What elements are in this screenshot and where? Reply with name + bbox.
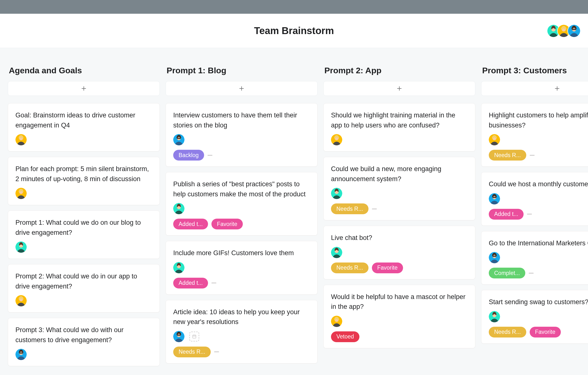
add-tag-placeholder[interactable] — [214, 351, 219, 352]
card-meta — [173, 134, 310, 145]
due-date-icon[interactable] — [189, 332, 199, 341]
card-meta — [15, 349, 152, 360]
card[interactable]: Could we build a new, more engaging anno… — [323, 157, 475, 220]
board-column: Prompt 1: BlogInterview customers to hav… — [166, 66, 318, 369]
card[interactable]: Prompt 3: What could we do with our cust… — [8, 318, 160, 366]
card[interactable]: Go to the International Marketers Confer… — [481, 231, 588, 285]
window-chrome-bar — [0, 0, 588, 14]
assignee-avatar[interactable] — [173, 134, 184, 145]
assignee-avatar[interactable] — [331, 316, 342, 327]
status-tag[interactable]: Favorite — [372, 262, 403, 273]
card[interactable]: Start sending swag to customers?Needs R.… — [481, 290, 588, 344]
card[interactable]: Should we highlight training material in… — [323, 103, 475, 151]
card-meta — [173, 203, 310, 214]
card-meta — [331, 188, 468, 199]
header: Team Brainstorm — [0, 14, 588, 48]
card-tags: Complet... — [489, 268, 588, 278]
status-tag[interactable]: Added t... — [173, 219, 208, 229]
card-title: Could we build a new, more engaging anno… — [331, 164, 468, 184]
column-title[interactable]: Prompt 1: Blog — [166, 66, 318, 81]
card[interactable]: Prompt 2: What could we do in our app to… — [8, 264, 160, 312]
card-meta — [331, 316, 468, 327]
card[interactable]: Would it be helpful to have a mascot or … — [323, 285, 475, 348]
status-tag[interactable]: Favorite — [530, 327, 561, 338]
card-title: Prompt 1: What could we do on our blog t… — [15, 218, 152, 238]
add-tag-placeholder[interactable] — [208, 155, 212, 156]
assignee-avatar[interactable] — [331, 134, 342, 145]
card-meta — [331, 247, 468, 258]
column-title[interactable]: Prompt 3: Customers — [481, 66, 588, 81]
assignee-avatar[interactable] — [15, 134, 27, 145]
card-meta — [489, 134, 588, 145]
add-card-button[interactable] — [481, 81, 588, 96]
assignee-avatar[interactable] — [15, 295, 27, 306]
card-title: Should we highlight training material in… — [331, 110, 468, 130]
assignee-avatar[interactable] — [173, 331, 184, 342]
add-tag-placeholder[interactable] — [211, 283, 216, 283]
card-tags: Added t...Favorite — [173, 219, 310, 229]
card-title: Go to the International Marketers Confer… — [489, 238, 588, 248]
card-title: Plan for each prompt: 5 min silent brain… — [15, 164, 152, 184]
card-title: Prompt 2: What could we do in our app to… — [15, 271, 152, 291]
add-tag-placeholder[interactable] — [527, 214, 532, 214]
assignee-avatar[interactable] — [331, 188, 342, 199]
card-meta — [489, 252, 588, 263]
card[interactable]: Publish a series of "best practices" pos… — [166, 172, 318, 236]
status-tag[interactable]: Needs R... — [331, 203, 368, 214]
column-title[interactable]: Agenda and Goals — [8, 66, 160, 81]
status-tag[interactable]: Added t... — [173, 278, 208, 288]
assignee-avatar[interactable] — [489, 193, 500, 204]
card-tags: Needs R...Favorite — [331, 262, 468, 273]
card[interactable]: Highlight customers to help amplify thei… — [481, 103, 588, 167]
add-tag-placeholder[interactable] — [372, 209, 377, 209]
status-tag[interactable]: Added t... — [489, 209, 524, 220]
assignee-avatar[interactable] — [331, 247, 342, 258]
card[interactable]: Article idea: 10 ideas to help you keep … — [166, 300, 318, 363]
column-title[interactable]: Prompt 2: App — [323, 66, 475, 81]
card-title: Start sending swag to customers? — [489, 297, 588, 307]
status-tag[interactable]: Needs R... — [489, 327, 526, 338]
card-tags: Added t... — [489, 209, 588, 220]
assignee-avatar[interactable] — [489, 252, 500, 263]
card[interactable]: Live chat bot?Needs R...Favorite — [323, 226, 475, 279]
card[interactable]: Prompt 1: What could we do on our blog t… — [8, 211, 160, 259]
card-tags: Added t... — [173, 278, 310, 288]
add-card-button[interactable] — [166, 81, 318, 96]
card[interactable]: Interview customers to have them tell th… — [166, 103, 318, 167]
card-meta — [15, 134, 152, 145]
assignee-avatar[interactable] — [15, 349, 27, 360]
status-tag[interactable]: Vetoed — [331, 331, 359, 342]
status-tag[interactable]: Needs R... — [489, 150, 526, 161]
card-tags: Backlog — [173, 150, 310, 161]
assignee-avatar[interactable] — [173, 262, 184, 273]
collaborator-avatars[interactable] — [547, 24, 581, 38]
card[interactable]: Goal: Brainstorm ideas to drive customer… — [8, 103, 160, 151]
assignee-avatar[interactable] — [489, 134, 500, 145]
board-column: Agenda and GoalsGoal: Brainstorm ideas t… — [8, 66, 160, 372]
board[interactable]: Agenda and GoalsGoal: Brainstorm ideas t… — [0, 48, 588, 375]
card-title: Highlight customers to help amplify thei… — [489, 110, 588, 130]
assignee-avatar[interactable] — [173, 203, 184, 214]
status-tag[interactable]: Backlog — [173, 150, 204, 161]
card[interactable]: Include more GIFs! Customers love themAd… — [166, 241, 318, 295]
card-tags: Needs R... — [173, 347, 310, 357]
assignee-avatar[interactable] — [489, 311, 500, 322]
collaborator-avatar[interactable] — [567, 24, 581, 38]
card-title: Live chat bot? — [331, 233, 468, 243]
card[interactable]: Plan for each prompt: 5 min silent brain… — [8, 157, 160, 205]
card-meta — [489, 311, 588, 322]
add-tag-placeholder[interactable] — [529, 273, 534, 274]
assignee-avatar[interactable] — [15, 188, 27, 199]
status-tag[interactable]: Complet... — [489, 268, 525, 278]
assignee-avatar[interactable] — [15, 241, 27, 253]
card-tags: Needs R... — [489, 150, 588, 161]
card-tags: Needs R... — [331, 203, 468, 214]
status-tag[interactable]: Favorite — [211, 219, 243, 229]
card-meta — [173, 331, 310, 342]
status-tag[interactable]: Needs R... — [331, 262, 368, 273]
add-card-button[interactable] — [8, 81, 160, 96]
add-card-button[interactable] — [323, 81, 475, 96]
status-tag[interactable]: Needs R... — [173, 347, 211, 357]
add-tag-placeholder[interactable] — [530, 155, 535, 156]
card[interactable]: Could we host a monthly customer meet up… — [481, 172, 588, 226]
